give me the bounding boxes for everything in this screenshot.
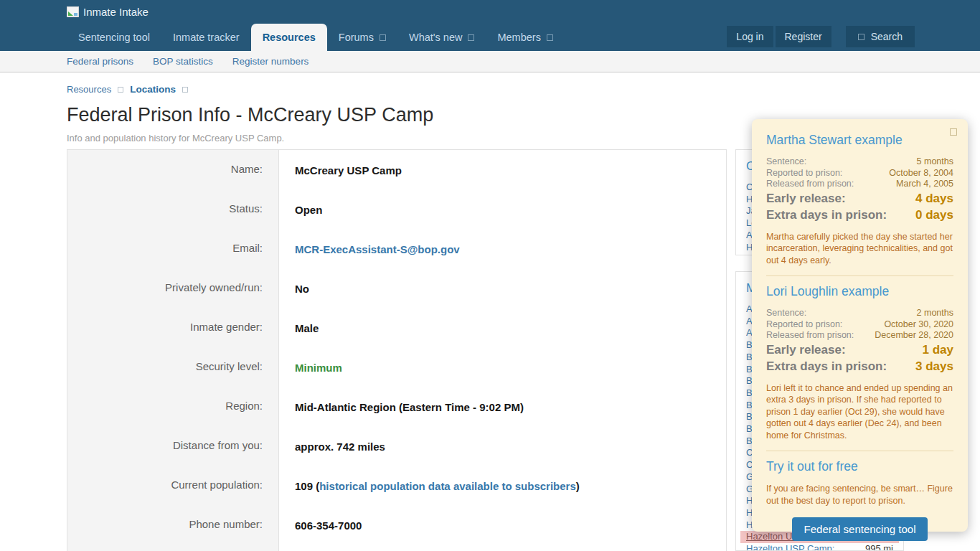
- breadcrumb-separator-icon: [118, 87, 123, 93]
- field-label: Region:: [67, 387, 279, 426]
- field-value: Male: [279, 308, 319, 347]
- log-in-button[interactable]: Log in: [727, 26, 773, 47]
- popup-big-label: Extra days in prison:: [766, 358, 887, 375]
- field-value: 606-354-7000: [279, 505, 362, 545]
- field-label: Status:: [67, 189, 279, 229]
- field-value-link[interactable]: MCR-ExecAssistant-S@bop.gov: [295, 243, 460, 255]
- site-logo[interactable]: Inmate Intake: [67, 6, 149, 18]
- popup-detail-value: October 8, 2004: [889, 168, 953, 179]
- field-label: Phone number:: [67, 505, 279, 545]
- breadcrumb-link-locations[interactable]: Locations: [130, 84, 176, 95]
- popup-note: Lori left it to chance and ended up spen…: [766, 382, 953, 442]
- prison-details-panel: Name:McCreary USP CampStatus:OpenEmail:M…: [67, 149, 727, 551]
- field-value: No: [279, 268, 309, 308]
- detail-row-inmate-gender: Inmate gender:Male: [67, 308, 726, 347]
- popup-note: If you are facing sentencing, be smart… …: [766, 483, 953, 507]
- popup-detail-row: Reported to prison:October 30, 2020: [766, 319, 953, 331]
- popup-detail-label: Reported to prison:: [766, 319, 842, 331]
- field-value-text: ): [576, 480, 580, 492]
- dropdown-icon: [380, 34, 386, 41]
- detail-row-security-level: Security level:Minimum: [67, 347, 726, 387]
- field-label: Security level:: [67, 347, 279, 387]
- field-value-text: Male: [295, 322, 319, 334]
- security-level-value: Minimum: [295, 362, 342, 374]
- field-value-text: Mid-Atlantic Region (Eastern Time - 9:02…: [295, 401, 524, 413]
- subnav-link-register-numbers[interactable]: Register numbers: [232, 56, 309, 67]
- popup-detail-row: Reported to prison:October 8, 2004: [766, 168, 953, 179]
- popup-section-title-try-it-out-for-free[interactable]: Try it out for free: [766, 459, 953, 474]
- popup-big-row: Early release:4 days: [766, 190, 953, 207]
- federal-sentencing-tool-button[interactable]: Federal sentencing tool: [792, 517, 928, 541]
- field-value-text: 606-354-7000: [295, 519, 362, 532]
- popup-detail-row: Sentence:2 months: [766, 308, 953, 319]
- breadcrumb-separator-icon: [182, 87, 188, 93]
- breadcrumb-link-resources[interactable]: Resources: [67, 84, 111, 95]
- register-button[interactable]: Register: [776, 26, 831, 47]
- nav-tab-sentencing-tool[interactable]: Sentencing tool: [67, 24, 161, 51]
- popup-detail-label: Sentence:: [766, 308, 806, 319]
- popup-big-value: 3 days: [915, 358, 953, 375]
- popup-detail-row: Sentence:5 months: [766, 156, 953, 168]
- nav-tab-members[interactable]: Members: [486, 24, 564, 51]
- popup-detail-value: December 28, 2020: [875, 330, 953, 342]
- popup-section-title-lori-loughlin-example[interactable]: Lori Loughlin example: [766, 284, 953, 299]
- detail-row-distance-from-you: Distance from you:approx. 742 miles: [67, 426, 726, 466]
- popup-detail-value: October 30, 2020: [884, 319, 953, 331]
- field-value: 109 (historical population data availabl…: [279, 466, 580, 505]
- popup-detail-label: Released from prison:: [766, 330, 854, 342]
- field-value: 330 Federal WayPine Knot, KY 42635: [279, 545, 399, 551]
- field-label: Name:: [67, 150, 279, 189]
- field-value: Mid-Atlantic Region (Eastern Time - 9:02…: [279, 387, 524, 426]
- field-label: Privately owned/run:: [67, 268, 279, 308]
- field-value: MCR-ExecAssistant-S@bop.gov: [279, 229, 460, 268]
- field-value-text: McCreary USP Camp: [295, 164, 402, 176]
- subnav: Federal prisonsBOP statisticsRegister nu…: [0, 51, 980, 72]
- field-label: Email:: [67, 229, 279, 268]
- field-value-text: No: [295, 283, 309, 295]
- search-button[interactable]: Search: [846, 26, 915, 47]
- popup-detail-label: Sentence:: [766, 156, 806, 168]
- popup-big-row: Early release:1 day: [766, 342, 953, 358]
- sidebar-item-link[interactable]: Hazelton USP Camp:: [746, 543, 834, 551]
- popup-section-divider: [766, 451, 953, 451]
- detail-row-address: Address:330 Federal WayPine Knot, KY 426…: [67, 545, 726, 551]
- nav-tab-label: Forums: [339, 32, 374, 43]
- detail-row-name: Name:McCreary USP Camp: [67, 150, 726, 189]
- popup-big-label: Early release:: [766, 342, 846, 358]
- sidebar-list-item: Hazelton USP Camp:995 mi: [746, 543, 893, 551]
- popup-big-row: Extra days in prison:3 days: [766, 358, 953, 375]
- field-value-text: approx. 742 miles: [295, 441, 385, 453]
- subnav-link-federal-prisons[interactable]: Federal prisons: [67, 56, 133, 67]
- popup-detail-row: Released from prison:March 4, 2005: [766, 179, 953, 190]
- brand-name: Inmate Intake: [83, 6, 149, 18]
- popup-big-value: 0 days: [915, 207, 953, 223]
- popup-detail-label: Released from prison:: [766, 179, 854, 190]
- field-value: McCreary USP Camp: [279, 150, 402, 189]
- nav-tab-label: Sentencing tool: [78, 32, 150, 43]
- popup-big-value: 1 day: [923, 342, 953, 358]
- field-value: Open: [279, 189, 322, 229]
- nav-tab-inmate-tracker[interactable]: Inmate tracker: [161, 24, 251, 51]
- close-icon[interactable]: [950, 128, 957, 136]
- field-value-text: 109 (: [295, 480, 319, 492]
- nav-tab-what-s-new[interactable]: What's new: [397, 24, 486, 51]
- examples-popup: Martha Stewart exampleSentence:5 monthsR…: [752, 119, 968, 532]
- popup-detail-value: March 4, 2005: [896, 179, 953, 190]
- popup-detail-label: Reported to prison:: [766, 168, 842, 179]
- search-label: Search: [871, 31, 903, 42]
- popup-section-divider: [766, 276, 953, 276]
- nav-tab-forums[interactable]: Forums: [327, 24, 397, 51]
- popup-section-title-martha-stewart-example[interactable]: Martha Stewart example: [766, 133, 953, 148]
- field-label: Current population:: [67, 466, 279, 505]
- nav-tab-label: Resources: [263, 32, 316, 43]
- detail-row-email: Email:MCR-ExecAssistant-S@bop.gov: [67, 229, 726, 268]
- broken-image-icon: [67, 6, 79, 17]
- detail-row-phone-number: Phone number:606-354-7000: [67, 505, 726, 545]
- nav-tab-resources[interactable]: Resources: [251, 24, 327, 51]
- popup-big-row: Extra days in prison:0 days: [766, 207, 953, 223]
- field-value-link[interactable]: historical population data available to …: [319, 480, 576, 492]
- popup-detail-row: Released from prison:December 28, 2020: [766, 330, 953, 342]
- subnav-link-bop-statistics[interactable]: BOP statistics: [153, 56, 213, 67]
- popup-detail-value: 5 months: [917, 156, 953, 168]
- field-label: Distance from you:: [67, 426, 279, 466]
